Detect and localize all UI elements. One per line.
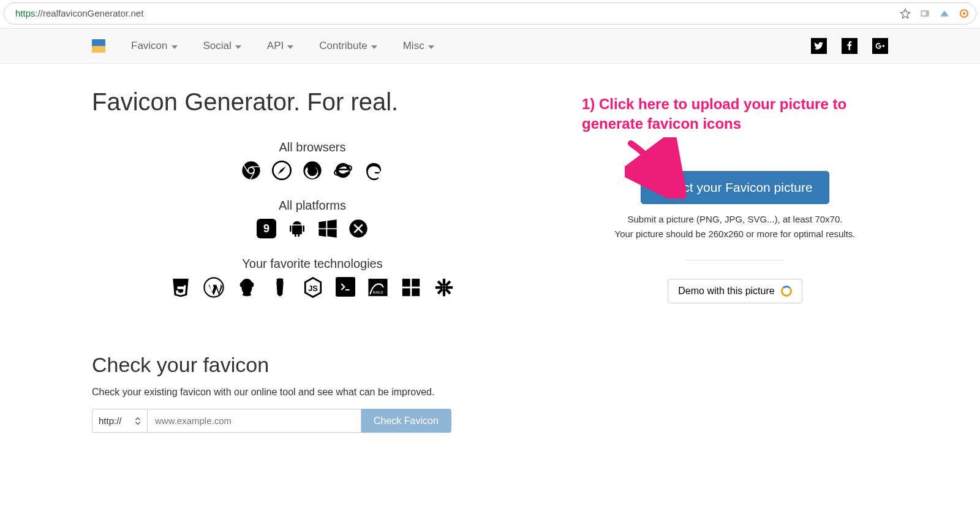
ios-icon: 9: [257, 219, 276, 238]
extension-icon-1[interactable]: [919, 8, 930, 19]
wordpress-icon: [203, 277, 224, 298]
ie-icon: [333, 161, 353, 180]
chevron-down-icon: [428, 40, 434, 52]
site-logo[interactable]: [92, 39, 105, 53]
demo-button-label: Demo with this picture: [678, 286, 774, 297]
safari-icon: [272, 161, 292, 180]
bookmark-star-icon[interactable]: [900, 8, 911, 19]
check-subtitle: Check your existing favicon with our onl…: [92, 387, 888, 398]
svg-point-22: [442, 286, 446, 289]
chrome-icon: [241, 161, 261, 180]
svg-text:JS: JS: [308, 284, 318, 293]
svg-point-4: [963, 12, 966, 15]
url-text: https://realfaviconGenerator.net: [10, 3, 900, 24]
annotation-callout: 1) Click here to upload your picture to …: [582, 94, 888, 134]
annotation-arrow-icon: [625, 137, 686, 199]
extension-icon-2[interactable]: [939, 8, 950, 19]
nodejs-icon: JS: [303, 277, 323, 298]
chevron-down-icon: [235, 40, 241, 52]
nav-misc[interactable]: Misc: [403, 40, 434, 52]
platforms-icon-row: 9: [92, 219, 533, 238]
svg-rect-2: [941, 15, 948, 17]
firefox-icon: [303, 161, 322, 180]
svg-point-10: [307, 166, 317, 176]
svg-text:RAILS: RAILS: [373, 290, 383, 294]
svg-point-14: [276, 278, 283, 281]
googleplus-link[interactable]: [872, 38, 888, 54]
url-input[interactable]: [147, 409, 361, 433]
grunt-icon: [236, 277, 257, 298]
check-title: Check your favicon: [92, 353, 888, 377]
upload-hint-2: Your picture should be 260x260 or more f…: [582, 227, 888, 241]
demo-picture-button[interactable]: Demo with this picture: [668, 279, 802, 303]
tech-icon-row: JS RAILS: [92, 277, 533, 298]
nav-social[interactable]: Social: [203, 40, 241, 52]
chevron-down-icon: [371, 40, 377, 52]
macos-icon: [349, 219, 368, 238]
chevron-down-icon: [287, 40, 293, 52]
edge-icon: [364, 161, 383, 180]
demo-spinner-icon: [781, 286, 792, 297]
browser-address-bar[interactable]: https://realfaviconGenerator.net: [4, 2, 976, 25]
main-navbar: Favicon Social API Contribute Misc: [0, 28, 980, 64]
html5-icon: [170, 277, 191, 298]
protocol-value: http://: [99, 416, 122, 426]
rails-icon: RAILS: [368, 277, 388, 298]
windows-icon: [318, 219, 337, 238]
facebook-link[interactable]: [842, 38, 858, 54]
check-favicon-button[interactable]: Check Favicon: [361, 409, 451, 433]
svg-rect-18: [402, 279, 410, 287]
tech-heading: Your favorite technologies: [92, 257, 533, 271]
svg-rect-1: [922, 12, 926, 15]
chrome-toolbar-icons: [900, 8, 970, 19]
cli-icon: [336, 277, 355, 297]
svg-point-7: [249, 168, 254, 173]
browsers-heading: All browsers: [92, 140, 533, 154]
browsers-icon-row: [92, 161, 533, 180]
nav-contribute[interactable]: Contribute: [319, 40, 377, 52]
aspnet-icon: [401, 277, 421, 298]
gulp-icon: [270, 277, 290, 298]
extension-icon-3[interactable]: [959, 8, 970, 19]
svg-rect-20: [402, 288, 410, 296]
android-icon: [287, 219, 307, 238]
nav-favicon[interactable]: Favicon: [131, 40, 178, 52]
twitter-link[interactable]: [811, 38, 827, 54]
gwt-icon: [434, 277, 454, 298]
nav-api[interactable]: API: [267, 40, 293, 52]
upload-hint-1: Submit a picture (PNG, JPG, SVG...), at …: [582, 213, 888, 227]
chevron-down-icon: [172, 40, 178, 52]
protocol-select[interactable]: http://: [92, 409, 147, 433]
updown-icon: [135, 417, 141, 425]
page-title: Favicon Generator. For real.: [92, 88, 533, 116]
platforms-heading: All platforms: [92, 199, 533, 213]
divider: [686, 260, 784, 260]
svg-rect-19: [412, 279, 420, 287]
svg-rect-21: [412, 288, 420, 296]
